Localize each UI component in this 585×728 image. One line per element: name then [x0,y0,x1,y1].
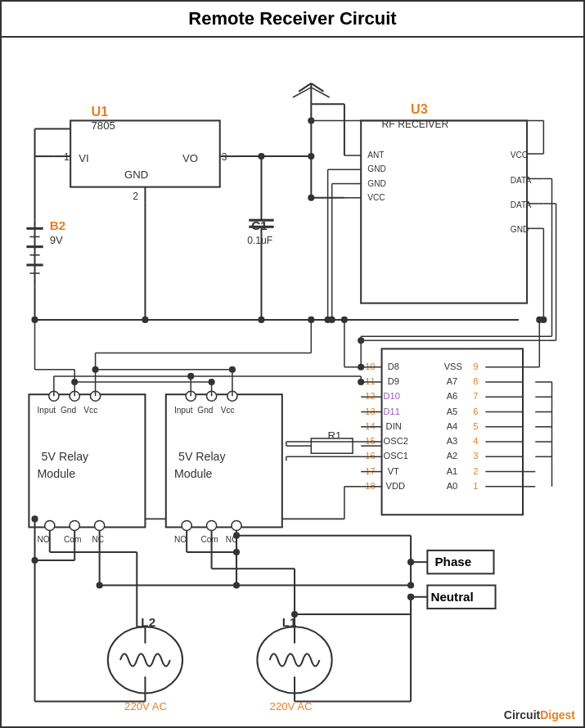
svg-point-76 [308,117,314,124]
svg-point-179 [45,520,55,530]
svg-text:5V Relay: 5V Relay [42,450,89,463]
svg-text:VDD: VDD [386,481,406,491]
svg-text:A2: A2 [447,451,458,461]
svg-text:U3: U3 [411,101,428,116]
svg-point-223 [187,373,194,380]
svg-point-215 [31,317,38,323]
svg-text:4: 4 [473,436,478,446]
svg-text:VCC: VCC [367,193,385,202]
svg-text:ANT: ANT [367,151,384,160]
svg-point-216 [71,379,78,385]
svg-text:7805: 7805 [91,119,115,132]
svg-text:10: 10 [365,362,375,371]
svg-text:Com: Com [64,535,81,544]
svg-point-269 [291,611,298,618]
svg-text:NC: NC [92,535,105,544]
svg-text:Vcc: Vcc [221,406,235,415]
svg-text:VSS: VSS [444,362,462,371]
svg-point-278 [308,153,314,160]
svg-text:U1: U1 [91,104,108,119]
svg-text:Vcc: Vcc [83,406,97,415]
svg-text:A5: A5 [447,407,458,416]
svg-text:1: 1 [473,481,478,491]
svg-point-32 [258,153,264,160]
svg-text:Gnd: Gnd [61,406,76,415]
svg-text:Input: Input [38,406,56,415]
svg-text:GND: GND [124,169,148,181]
svg-text:7: 7 [473,391,478,401]
watermark-digest: Digest [540,708,575,721]
svg-point-169 [358,337,364,344]
svg-text:Module: Module [174,467,213,480]
svg-text:14: 14 [365,421,375,431]
svg-point-221 [358,379,364,385]
svg-point-277 [233,582,240,588]
svg-text:5V Relay: 5V Relay [178,450,226,463]
svg-text:OSC1: OSC1 [384,451,408,461]
svg-text:VCC: VCC [511,151,528,160]
svg-text:A7: A7 [447,376,458,386]
svg-point-246 [31,515,38,522]
svg-text:3: 3 [222,151,227,163]
svg-text:D11: D11 [384,407,400,416]
svg-text:9: 9 [473,362,478,371]
svg-point-65 [329,317,335,323]
svg-point-206 [308,317,314,323]
watermark-circuit: Circuit [504,708,540,721]
circuit-container: Remote Receiver Circuit U1 7805 VI VO GN… [0,0,585,728]
svg-text:Phase: Phase [434,555,471,568]
svg-point-275 [407,582,414,588]
svg-text:A4: A4 [447,421,458,431]
svg-point-208 [229,366,236,373]
svg-rect-44 [361,120,527,303]
svg-text:VI: VI [79,152,88,164]
svg-text:D10: D10 [384,391,400,401]
svg-text:NO: NO [38,535,50,544]
svg-text:RF RECEIVER: RF RECEIVER [382,119,449,130]
svg-text:Com: Com [200,535,218,544]
svg-point-37 [258,317,264,323]
svg-text:Neutral: Neutral [430,590,473,604]
svg-text:16: 16 [365,451,375,461]
svg-text:GND: GND [511,225,529,234]
svg-point-217 [209,379,215,385]
svg-text:NO: NO [174,535,187,544]
svg-point-136 [536,317,542,323]
svg-point-36 [142,317,148,323]
svg-point-276 [97,582,103,588]
svg-text:Module: Module [38,467,76,480]
svg-text:GND: GND [367,179,385,188]
svg-text:D9: D9 [388,376,399,386]
svg-text:2: 2 [133,191,138,202]
svg-text:DATA: DATA [511,176,532,185]
svg-rect-154 [311,438,353,453]
svg-point-59 [308,195,314,201]
watermark: CircuitDigest [504,708,575,721]
svg-point-181 [95,520,105,530]
svg-text:A6: A6 [447,391,458,401]
svg-text:GND: GND [367,164,385,173]
svg-text:15: 15 [365,436,375,446]
svg-point-196 [232,520,241,530]
svg-text:17: 17 [365,466,375,476]
svg-text:Gnd: Gnd [197,406,213,415]
svg-text:DIN: DIN [386,421,402,431]
svg-text:OSC2: OSC2 [384,436,408,446]
svg-text:12: 12 [365,391,375,401]
svg-text:2: 2 [473,466,478,476]
svg-text:9V: 9V [50,234,63,246]
svg-point-195 [207,520,217,530]
svg-text:1: 1 [64,151,70,163]
svg-text:A0: A0 [447,481,458,491]
svg-text:5: 5 [473,421,478,431]
svg-point-256 [31,557,38,564]
svg-point-180 [70,520,79,530]
svg-text:13: 13 [365,407,375,416]
svg-text:6: 6 [473,407,478,416]
circuit-area: U1 7805 VI VO GND 1 3 2 B2 9V [2,38,583,726]
svg-text:DATA: DATA [511,200,532,209]
svg-text:18: 18 [365,481,375,491]
svg-point-265 [407,594,414,600]
svg-point-207 [92,366,99,373]
svg-text:Input: Input [174,406,193,415]
